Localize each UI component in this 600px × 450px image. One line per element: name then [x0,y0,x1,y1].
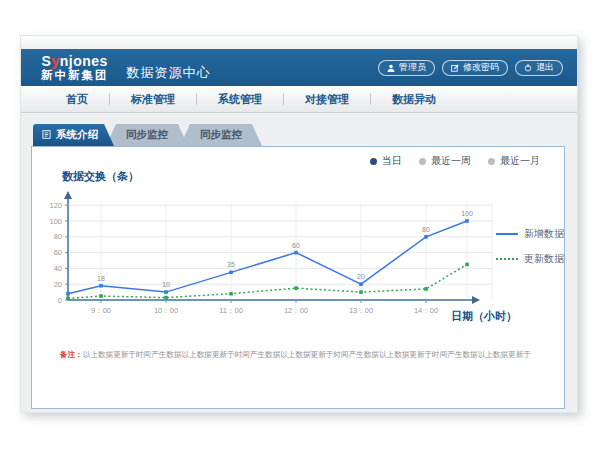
svg-text:10：00: 10：00 [154,306,178,315]
brand-accent: y [51,53,59,69]
app-title: 数据资源中心 [127,64,211,82]
logout-button[interactable]: 退出 [515,60,563,76]
period-filters: 当日 最近一周 最近一月 [370,154,540,168]
legend-item-updated-data[interactable]: 更新数据 [496,252,564,266]
filter-label: 最近一周 [431,154,471,168]
svg-text:9：00: 9：00 [91,306,111,315]
tab-sync-monitor-2[interactable]: 同步监控 [180,124,262,146]
app-header: Synjones 新中新集团 数据资源中心 管理员 修改密码 [21,49,577,86]
svg-text:80: 80 [422,226,430,233]
svg-text:60: 60 [292,242,300,249]
svg-text:12：00: 12：00 [284,306,308,315]
document-icon [42,129,51,141]
admin-user-label: 管理员 [399,61,426,74]
chart-legend: 新增数据 更新数据 [496,227,564,266]
tab-sync-monitor-1[interactable]: 同步监控 [106,124,188,146]
logout-label: 退出 [536,61,554,74]
x-axis-title: 日期（小时） [451,309,517,324]
svg-text:100: 100 [461,210,473,217]
svg-text:10: 10 [162,281,170,288]
filter-last-month[interactable]: 最近一月 [488,154,540,168]
svg-text:20: 20 [357,273,365,280]
tab-bar: 系统介绍 同步监控 同步监控 [33,124,262,146]
legend-item-new-data[interactable]: 新增数据 [496,227,564,241]
brand-name: Synjones [42,54,108,69]
legend-label: 新增数据 [524,227,564,241]
nav-item-home[interactable]: 首页 [45,92,109,107]
svg-text:80: 80 [54,232,62,241]
radio-icon [488,158,495,165]
svg-text:11：00: 11：00 [219,306,243,315]
y-axis-title: 数据交换（条） [62,169,139,184]
solid-line-icon [496,233,518,235]
logo: Synjones 新中新集团 [41,54,109,81]
main-nav: 首页 标准管理 系统管理 对接管理 数据异动 [21,86,577,113]
radio-selected-icon [370,158,377,165]
filter-label: 当日 [382,154,402,168]
filter-today[interactable]: 当日 [370,154,402,168]
filter-last-week[interactable]: 最近一周 [419,154,471,168]
svg-text:14：00: 14：00 [414,306,438,315]
content-area: 系统介绍 同步监控 同步监控 当日 最 [21,113,577,412]
power-icon [524,64,532,72]
tab-system-intro[interactable]: 系统介绍 [33,124,114,146]
footnote-text: 以上数据更新于时间产生数据以上数据更新于时间产生数据以上数据更新于时间产生数据以… [83,350,531,359]
dotted-line-icon [496,258,518,260]
tab-label: 同步监控 [126,128,168,142]
radio-icon [419,158,426,165]
svg-text:100: 100 [49,217,62,226]
svg-text:18: 18 [97,275,105,282]
nav-item-docking-management[interactable]: 对接管理 [284,92,370,107]
nav-item-data-change[interactable]: 数据异动 [371,92,457,107]
tab-label: 同步监控 [200,128,242,142]
tab-label: 系统介绍 [56,128,98,142]
edit-icon [451,64,459,72]
user-icon [387,64,395,72]
chart-panel: 当日 最近一周 最近一月 数据交换（条） 0204060801001209：00… [31,146,565,409]
svg-text:20: 20 [54,280,62,289]
window-top-strip [21,36,577,49]
line-chart: 0204060801001209：0010：0011：0012：0013：001… [40,183,522,335]
svg-text:13：00: 13：00 [349,306,373,315]
svg-text:40: 40 [54,264,62,273]
page-background: Synjones 新中新集团 数据资源中心 管理员 修改密码 [0,0,600,450]
company-name: 新中新集团 [41,69,109,81]
change-password-label: 修改密码 [463,61,499,74]
admin-user-button[interactable]: 管理员 [378,60,435,76]
nav-item-system-management[interactable]: 系统管理 [197,92,283,107]
legend-label: 更新数据 [524,252,564,266]
footnote: 备注：以上数据更新于时间产生数据以上数据更新于时间产生数据以上数据更新于时间产生… [60,350,556,360]
change-password-button[interactable]: 修改密码 [442,60,508,76]
app-window: Synjones 新中新集团 数据资源中心 管理员 修改密码 [20,35,578,413]
svg-text:0: 0 [58,296,62,305]
filter-label: 最近一月 [500,154,540,168]
svg-text:60: 60 [54,248,62,257]
footnote-label: 备注： [60,350,83,359]
svg-text:120: 120 [49,201,62,210]
svg-text:35: 35 [227,261,235,268]
nav-item-standard-management[interactable]: 标准管理 [110,92,196,107]
